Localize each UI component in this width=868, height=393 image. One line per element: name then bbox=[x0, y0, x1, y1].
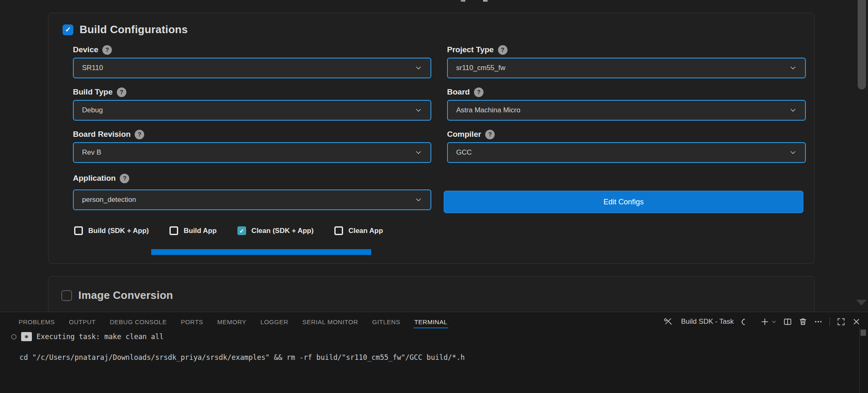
build-configurations-title: Build Configurations bbox=[80, 23, 188, 36]
option-build-app[interactable]: Build App bbox=[169, 226, 217, 235]
tab-debug-console[interactable]: DEBUG CONSOLE bbox=[110, 313, 167, 331]
board-value: Astra Machina Micro bbox=[456, 106, 784, 114]
tab-logger[interactable]: LOGGER bbox=[261, 313, 288, 331]
chevron-down-icon bbox=[789, 149, 797, 156]
tab-memory[interactable]: MEMORY bbox=[217, 313, 246, 331]
terminal-line-executing: * Executing task: make clean all bbox=[11, 332, 164, 341]
option-clean-app[interactable]: Clean App bbox=[334, 226, 383, 235]
tab-terminal[interactable]: TERMINAL bbox=[414, 313, 447, 331]
chevron-down-icon bbox=[415, 107, 422, 114]
task-marker-icon: * bbox=[21, 332, 32, 341]
tools-icon bbox=[664, 318, 672, 326]
option-label: Build App bbox=[184, 227, 217, 235]
help-icon[interactable]: ? bbox=[135, 130, 144, 139]
terminal-text: cd "/c/Users/pnataraj/Downloads/srsdk_pr… bbox=[19, 353, 465, 361]
controls-divider bbox=[829, 317, 830, 326]
vscode-webview-screen: ✓ Build Configurations Device ? SR110 Pr… bbox=[0, 0, 868, 393]
panel-controls: Build SDK - Task bbox=[664, 312, 861, 331]
help-icon[interactable]: ? bbox=[498, 45, 508, 55]
task-spinner-icon bbox=[740, 317, 749, 326]
compiler-value: GCC bbox=[456, 148, 784, 157]
build-configurations-checkbox[interactable]: ✓ bbox=[63, 24, 73, 35]
build-progress-bar bbox=[151, 249, 371, 255]
board-revision-value: Rev B bbox=[82, 148, 410, 157]
check-icon: ✓ bbox=[239, 228, 244, 234]
terminal-scrollbar-track[interactable] bbox=[859, 328, 860, 393]
application-value: person_detection bbox=[82, 196, 410, 204]
board-revision-select[interactable]: Rev B bbox=[73, 142, 431, 163]
check-icon: ✓ bbox=[65, 25, 71, 34]
chevron-down-icon bbox=[415, 149, 422, 156]
board-revision-label: Board Revision bbox=[73, 130, 131, 139]
kill-terminal-button[interactable] bbox=[799, 318, 807, 326]
device-value: SR110 bbox=[82, 64, 410, 72]
option-label: Clean (SDK + App) bbox=[251, 227, 314, 235]
option-build-sdk-app[interactable]: Build (SDK + App) bbox=[74, 226, 149, 235]
chevron-down-icon bbox=[789, 107, 797, 114]
image-conversion-checkbox[interactable] bbox=[61, 290, 72, 301]
split-terminal-button[interactable] bbox=[783, 318, 792, 326]
option-clean-sdk-app[interactable]: ✓ Clean (SDK + App) bbox=[237, 226, 314, 235]
project-type-value: sr110_cm55_fw bbox=[456, 64, 784, 72]
build-type-label: Build Type bbox=[73, 87, 113, 97]
tab-problems[interactable]: PROBLEMS bbox=[19, 313, 55, 331]
tab-serial-monitor[interactable]: SERIAL MONITOR bbox=[302, 313, 358, 331]
build-type-value: Debug bbox=[82, 106, 410, 114]
chevron-down-icon bbox=[415, 196, 422, 204]
new-terminal-button[interactable] bbox=[761, 318, 776, 326]
tab-ports[interactable]: PORTS bbox=[181, 313, 203, 331]
project-type-label: Project Type bbox=[447, 45, 494, 54]
help-icon[interactable]: ? bbox=[120, 174, 129, 183]
application-label: Application bbox=[73, 174, 116, 183]
project-type-select[interactable]: sr110_cm55_fw bbox=[447, 58, 806, 78]
application-select[interactable]: person_detection bbox=[73, 189, 431, 210]
build-configurations-card: ✓ Build Configurations Device ? SR110 Pr… bbox=[48, 13, 815, 264]
help-icon[interactable]: ? bbox=[485, 130, 495, 139]
clipped-icon-fragment bbox=[483, 0, 488, 2]
compiler-label: Compiler bbox=[447, 130, 481, 139]
terminal-scrollbar-thumb[interactable] bbox=[861, 330, 866, 336]
checkbox-icon bbox=[74, 226, 83, 235]
chevron-down-icon bbox=[789, 64, 797, 72]
bottom-panel: PROBLEMS OUTPUT DEBUG CONSOLE PORTS MEMO… bbox=[0, 312, 868, 393]
checkbox-icon bbox=[334, 226, 343, 235]
option-label: Build (SDK + App) bbox=[88, 227, 149, 235]
option-label: Clean App bbox=[348, 227, 383, 235]
scrollbar-down-arrow[interactable] bbox=[856, 300, 867, 306]
panel-tabbar: PROBLEMS OUTPUT DEBUG CONSOLE PORTS MEMO… bbox=[19, 312, 447, 331]
close-panel-button[interactable] bbox=[852, 318, 861, 326]
command-circle-icon bbox=[11, 334, 17, 340]
terminal-text: Executing task: make clean all bbox=[36, 332, 164, 341]
board-select[interactable]: Astra Machina Micro bbox=[447, 100, 806, 121]
tab-output[interactable]: OUTPUT bbox=[69, 313, 96, 331]
device-label: Device bbox=[73, 45, 98, 54]
chevron-down-icon bbox=[415, 64, 422, 72]
compiler-select[interactable]: GCC bbox=[447, 142, 806, 163]
terminal-instance-label[interactable]: Build SDK - Task bbox=[681, 318, 734, 326]
clipped-icon-fragment bbox=[461, 0, 465, 2]
edit-configs-button[interactable]: Edit Configs bbox=[444, 191, 803, 213]
help-icon[interactable]: ? bbox=[117, 87, 126, 97]
board-label: Board bbox=[447, 87, 470, 97]
checkbox-checked-icon: ✓ bbox=[237, 226, 246, 235]
image-conversion-title: Image Conversion bbox=[78, 289, 173, 302]
maximize-panel-button[interactable] bbox=[837, 318, 845, 326]
build-type-select[interactable]: Debug bbox=[73, 100, 431, 121]
device-select[interactable]: SR110 bbox=[73, 58, 431, 78]
more-actions-button[interactable] bbox=[814, 318, 822, 326]
help-icon[interactable]: ? bbox=[474, 87, 484, 97]
terminal-line-command: cd "/c/Users/pnataraj/Downloads/srsdk_pr… bbox=[19, 353, 465, 361]
help-icon[interactable]: ? bbox=[102, 45, 112, 55]
tab-gitlens[interactable]: GITLENS bbox=[372, 313, 400, 331]
webview-scrollbar-thumb[interactable] bbox=[858, 0, 866, 90]
checkbox-icon bbox=[169, 226, 178, 235]
